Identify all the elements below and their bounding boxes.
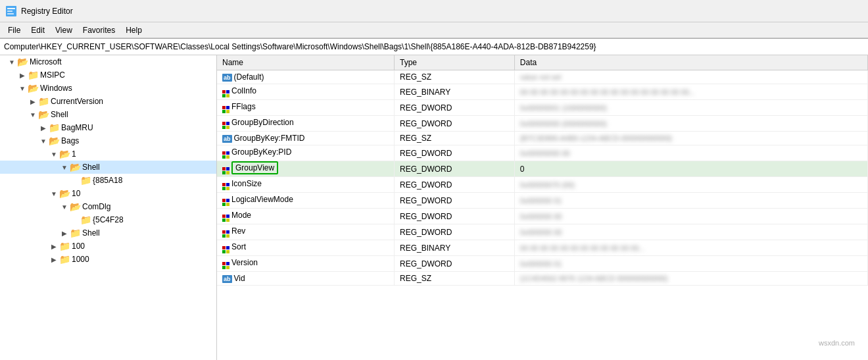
tree-arrow-comdlg[interactable]: ▼ [59, 201, 70, 212]
tree-arrow-guid1[interactable] [70, 175, 80, 186]
registry-data-cell: 0 [514, 161, 867, 177]
tree-node-1[interactable]: ▼ 📂 1 [0, 147, 216, 161]
tree-arrow-windows[interactable]: ▼ [17, 83, 28, 93]
table-row[interactable]: RevREG_DWORD0x000000 00 [217, 224, 868, 240]
tree-node-shell-l5[interactable]: ▼ 📂 Shell [0, 161, 216, 174]
grid-icon [222, 167, 229, 174]
tree-node-windows[interactable]: ▼ 📂 Windows [0, 82, 216, 95]
folder-icon-shell-l5: 📂 [70, 162, 80, 172]
tree-node-guid1[interactable]: 📁 {885A18 [0, 174, 216, 187]
tree-label-shell-l2: Shell [51, 110, 68, 119]
menu-edit[interactable]: Edit [26, 24, 50, 36]
tree-label-currentversion: CurrentVersion [51, 97, 103, 106]
grid-icon [222, 151, 229, 159]
registry-type-cell: REG_SZ [395, 272, 515, 286]
table-row[interactable]: IconSizeREG_DWORD0x00000070 (00) [217, 177, 868, 193]
tree-node-shell-l5b[interactable]: ▶ 📁 Shell [0, 226, 216, 240]
table-row[interactable]: SortREG_BINARY00 00 00 00 00 00 00 00 00… [217, 240, 868, 256]
tree-label-comdlg: ComDlg [82, 202, 110, 211]
app-title: Registry Editor [21, 7, 73, 16]
tree-label-guid2: {5C4F28 [93, 215, 124, 224]
tree-arrow-100[interactable]: ▶ [49, 241, 59, 251]
menu-help[interactable]: Help [120, 24, 147, 36]
registry-data-blurred: 00 00 00 00 00 00 00 00 00 00 00 00 00 0… [520, 88, 695, 96]
registry-data-cell: 00 00 00 00 00 00 00 00 00 00 00 00 00 0… [514, 84, 867, 100]
tree-label-100: 100 [72, 242, 85, 251]
registry-name-cell: FFlags [217, 100, 395, 116]
table-row[interactable]: GroupViewREG_DWORD0 [217, 161, 868, 177]
registry-name-cell: GroupView [217, 161, 395, 177]
tree-node-bagmru[interactable]: ▶ 📁 BagMRU [0, 121, 216, 134]
registry-data-cell: 0x000000 01 [514, 256, 867, 272]
tree-node-1000[interactable]: ▶ 📁 1000 [0, 253, 216, 266]
tree-arrow-bags[interactable]: ▼ [38, 136, 49, 146]
table-row[interactable]: GroupByDirectionREG_DWORD0x00000000 (000… [217, 116, 868, 132]
folder-icon-100: 📁 [59, 241, 70, 251]
registry-name-cell: Sort [217, 240, 395, 256]
registry-name-cell: Mode [217, 209, 395, 224]
folder-icon-msipc: 📁 [28, 70, 38, 80]
table-row[interactable]: ColInfoREG_BINARY00 00 00 00 00 00 00 00… [217, 84, 868, 100]
registry-data-cell: 0x00000001 (1000000000) [514, 100, 867, 116]
tree-arrow-microsoft[interactable]: ▼ [7, 57, 17, 67]
menu-favorites[interactable]: Favorites [78, 24, 120, 36]
tree-arrow-10[interactable]: ▼ [49, 188, 59, 199]
grid-icon [222, 246, 229, 253]
tree-arrow-guid2[interactable] [70, 215, 80, 225]
tree-node-100[interactable]: ▶ 📁 100 [0, 240, 216, 253]
registry-name-cell: abGroupByKey:FMTID [217, 132, 395, 145]
table-row[interactable]: ab(Default)REG_SZvalue not set [217, 70, 868, 84]
tree-arrow-shell-l5[interactable]: ▼ [59, 162, 70, 172]
tree-node-guid2[interactable]: 📁 {5C4F28 [0, 213, 216, 226]
tree-node-10[interactable]: ▼ 📂 10 [0, 187, 216, 200]
registry-name-cell: Version [217, 256, 395, 272]
table-row[interactable]: ModeREG_DWORD0x000000 00 [217, 209, 868, 224]
menu-view[interactable]: View [50, 24, 78, 36]
registry-type-cell: REG_DWORD [395, 116, 515, 132]
tree-arrow-1[interactable]: ▼ [49, 149, 59, 159]
registry-data-cell: 0x000000 01 [514, 193, 867, 209]
tree-node-currentversion[interactable]: ▶ 📁 CurrentVersion [0, 95, 216, 108]
registry-name: (Default) [234, 72, 264, 82]
tree-arrow-shell-l2[interactable]: ▼ [28, 109, 38, 120]
folder-icon-shell-l2: 📂 [38, 109, 49, 120]
folder-icon-bags: 📂 [49, 136, 59, 146]
registry-data-cell: {1C4D4562 8976 1234 ABCD 000000000000} [514, 272, 867, 286]
tree-label-bags: Bags [61, 136, 79, 145]
grid-icon [222, 122, 229, 129]
tree-node-comdlg[interactable]: ▼ 📂 ComDlg [0, 200, 216, 213]
tree-node-msipc[interactable]: ▶ 📁 MSIPC [0, 68, 216, 82]
tree-node-microsoft[interactable]: ▼ 📂 Microsoft [0, 55, 216, 68]
folder-icon-bagmru: 📁 [49, 122, 59, 133]
tree-arrow-currentversion[interactable]: ▶ [28, 96, 38, 107]
tree-node-bags[interactable]: ▼ 📂 Bags [0, 134, 216, 147]
grid-icon [222, 183, 229, 190]
folder-icon-comdlg: 📂 [70, 201, 80, 212]
registry-type-cell: REG_BINARY [395, 84, 515, 100]
tree-node-shell-l2[interactable]: ▼ 📂 Shell [0, 108, 216, 121]
table-row[interactable]: abGroupByKey:FMTIDREG_SZ{B7C3D890-A4B0-1… [217, 132, 868, 145]
registry-name-cell: LogicalViewMode [217, 193, 395, 209]
tree-arrow-1000[interactable]: ▶ [49, 254, 59, 265]
table-row[interactable]: FFlagsREG_DWORD0x00000001 (1000000000) [217, 100, 868, 116]
address-path[interactable]: Computer\HKEY_CURRENT_USER\SOFTWARE\Clas… [4, 42, 596, 51]
col-header-name[interactable]: Name [217, 55, 395, 70]
tree-arrow-bagmru[interactable]: ▶ [38, 122, 49, 133]
menu-file[interactable]: File [3, 24, 26, 36]
tree-arrow-msipc[interactable]: ▶ [17, 70, 28, 80]
tree-arrow-shell-l5b[interactable]: ▶ [59, 228, 70, 238]
table-row[interactable]: abVidREG_SZ{1C4D4562 8976 1234 ABCD 0000… [217, 272, 868, 286]
values-panel: Name Type Data ab(Default)REG_SZvalue no… [217, 55, 868, 360]
registry-data-blurred: {B7C3D890-A4B0-1234-ABCD-000000000000} [520, 134, 672, 142]
tree-label-shell-l5b: Shell [82, 228, 100, 238]
registry-name: GroupByKey:PID [231, 147, 291, 157]
table-row[interactable]: GroupByKey:PIDREG_DWORD0x00000000 00 [217, 145, 868, 161]
registry-name-cell: abVid [217, 272, 395, 286]
registry-data-cell: 00 00 00 00 00 00 00 00 00 00 00 00... [514, 240, 867, 256]
svg-rect-3 [7, 13, 14, 14]
registry-name: Mode [231, 211, 251, 220]
table-row[interactable]: LogicalViewModeREG_DWORD0x000000 01 [217, 193, 868, 209]
col-header-data[interactable]: Data [514, 55, 867, 70]
col-header-type[interactable]: Type [395, 55, 515, 70]
table-row[interactable]: VersionREG_DWORD0x000000 01 [217, 256, 868, 272]
